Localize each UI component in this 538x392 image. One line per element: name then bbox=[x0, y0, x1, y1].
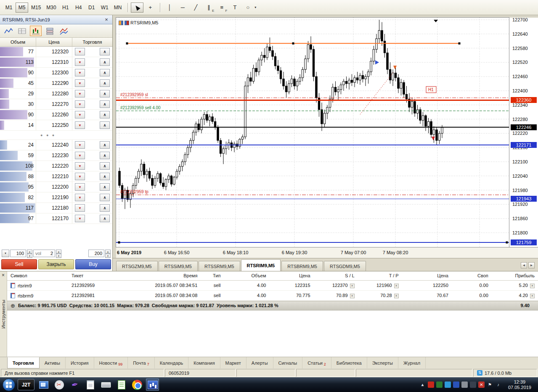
tab-assets[interactable]: Активы bbox=[40, 357, 66, 368]
chart-tab-rtsrim9[interactable]: RTSRIM9,M5 bbox=[241, 259, 281, 271]
tab-company[interactable]: Компания bbox=[188, 357, 220, 368]
flag-icon[interactable]: ⚑ bbox=[487, 381, 493, 388]
dom-view-icon[interactable] bbox=[44, 26, 56, 36]
chart-canvas[interactable]: #212392959 sl#212392959 sell 4.00#212392… bbox=[116, 18, 509, 247]
depth-input[interactable]: 100 bbox=[10, 250, 26, 257]
dom-price-cell[interactable]: 122170 bbox=[36, 213, 72, 224]
order-up-button[interactable]: ∧ bbox=[100, 90, 110, 97]
position-row[interactable]: rtsbrm92123929812019.05.07 08:34:08sell4… bbox=[7, 290, 538, 300]
start-button[interactable] bbox=[3, 379, 15, 391]
column-header[interactable]: Тикет bbox=[68, 271, 117, 280]
close-icon[interactable]: × bbox=[350, 284, 355, 288]
dom-price-cell[interactable]: 122290 bbox=[36, 78, 72, 88]
order-up-button[interactable]: ∧ bbox=[100, 152, 110, 159]
dom-price-cell[interactable]: 122190 bbox=[36, 192, 72, 203]
taskbar-notes-icon[interactable] bbox=[115, 379, 128, 391]
close-icon[interactable]: × bbox=[394, 284, 399, 288]
timeframe-mn[interactable]: MN bbox=[111, 3, 125, 13]
dom-collapse-button[interactable]: ▼ bbox=[2, 250, 9, 257]
tray-icon-gray[interactable] bbox=[461, 381, 468, 388]
close-icon[interactable]: × bbox=[530, 284, 535, 288]
taskbar-keyboard-icon[interactable] bbox=[99, 379, 112, 391]
text-label-tool[interactable]: T bbox=[228, 3, 241, 13]
volume-icon[interactable]: ♪ bbox=[495, 381, 501, 388]
timeframe-d1[interactable]: D1 bbox=[85, 3, 98, 13]
order-up-button[interactable]: ∧ bbox=[100, 69, 110, 76]
dom-price-cell[interactable]: 122250 bbox=[36, 120, 72, 130]
close-position-button[interactable]: Закрыть bbox=[38, 259, 74, 269]
timeframe-h4[interactable]: H4 bbox=[72, 3, 85, 13]
dropdown-arrow-icon[interactable]: ▾ bbox=[254, 5, 256, 9]
timeframe-m15[interactable]: M15 bbox=[29, 3, 43, 13]
timeframe-w1[interactable]: W1 bbox=[98, 3, 111, 13]
close-icon[interactable]: × bbox=[350, 294, 355, 298]
order-up-button[interactable]: ∧ bbox=[100, 204, 110, 212]
tab-trade[interactable]: Торговля bbox=[7, 357, 40, 368]
order-dropdown-button[interactable]: ▼ bbox=[75, 194, 85, 201]
taskbar-quill-icon[interactable] bbox=[68, 379, 81, 391]
column-header[interactable]: T / P bbox=[358, 271, 402, 280]
time-axis[interactable]: 6 May 20196 May 16:506 May 18:106 May 19… bbox=[116, 247, 538, 258]
timeframe-m5[interactable]: M5 bbox=[16, 3, 28, 13]
volume-stepper[interactable]: ▲▼ bbox=[56, 250, 61, 257]
order-up-button[interactable]: ∧ bbox=[100, 121, 110, 129]
tab-market[interactable]: Маркет bbox=[220, 357, 246, 368]
order-dropdown-button[interactable]: ▼ bbox=[75, 152, 85, 159]
crosshair-tool[interactable]: + bbox=[144, 3, 156, 13]
dom-price-cell[interactable]: 122230 bbox=[36, 150, 72, 160]
order-up-button[interactable]: ∧ bbox=[100, 173, 110, 180]
order-dropdown-button[interactable]: ▼ bbox=[75, 100, 85, 108]
tab-signals[interactable]: Сигналы bbox=[273, 357, 303, 368]
column-header[interactable]: Тип bbox=[201, 271, 224, 280]
order-up-button[interactable]: ∧ bbox=[100, 162, 110, 170]
column-header[interactable]: S / L bbox=[314, 271, 358, 280]
order-dropdown-button[interactable]: ▼ bbox=[75, 215, 85, 222]
tray-icon-green[interactable] bbox=[436, 381, 443, 388]
dom-price-cell[interactable]: 122210 bbox=[36, 171, 72, 182]
vertical-line-tool[interactable]: │ bbox=[163, 3, 176, 13]
column-header[interactable]: Своп bbox=[452, 271, 492, 280]
dom-price-cell[interactable]: 122280 bbox=[36, 89, 72, 99]
lot-stepper[interactable]: ▲▼ bbox=[105, 250, 111, 257]
tray-icon-red[interactable] bbox=[428, 381, 434, 388]
dom-price-cell[interactable]: 122240 bbox=[36, 140, 72, 150]
order-dropdown-button[interactable]: ▼ bbox=[75, 48, 85, 55]
chart-tab-rtsgzm9[interactable]: RTSGZM9,M5 bbox=[116, 261, 158, 271]
depth-stepper[interactable]: ▲▼ bbox=[27, 250, 32, 257]
dom-price-cell[interactable]: 122260 bbox=[36, 110, 72, 120]
column-trade[interactable]: Торговля bbox=[72, 38, 112, 46]
order-dropdown-button[interactable]: ▼ bbox=[75, 204, 85, 212]
tab-calendar[interactable]: Календарь bbox=[155, 357, 189, 368]
taskbar-notepad-icon[interactable] bbox=[84, 379, 97, 391]
horizontal-line-tool[interactable]: ─ bbox=[176, 3, 189, 13]
taskbar-clock[interactable]: 12:39 07.05.2019 bbox=[504, 379, 535, 390]
cursor-tool[interactable] bbox=[131, 3, 143, 13]
taskbar-snipping-tool-icon[interactable] bbox=[53, 379, 66, 391]
dom-price-cell[interactable]: 122310 bbox=[36, 57, 72, 67]
order-dropdown-button[interactable]: ▼ bbox=[75, 111, 85, 118]
column-header[interactable]: Объем bbox=[224, 271, 269, 280]
column-header[interactable]: Время bbox=[117, 271, 201, 280]
tick-chart-icon[interactable] bbox=[2, 26, 14, 36]
order-dropdown-button[interactable]: ▼ bbox=[75, 58, 85, 66]
plus-circle-icon[interactable]: ⊕ bbox=[11, 303, 15, 309]
taskbar-chrome-icon[interactable] bbox=[130, 379, 143, 391]
dom-price-cell[interactable]: 122320 bbox=[36, 47, 72, 57]
dom-price-cell[interactable]: 122220 bbox=[36, 161, 72, 171]
order-up-button[interactable]: ∧ bbox=[100, 215, 110, 222]
tray-icon-blue[interactable] bbox=[453, 381, 459, 388]
scroll-left-icon[interactable]: ◄ bbox=[521, 262, 527, 268]
orders-icon[interactable] bbox=[58, 26, 69, 36]
column-header[interactable]: Цена bbox=[269, 271, 313, 280]
tab-mail[interactable]: Почта7 bbox=[128, 357, 155, 368]
tab-library[interactable]: Библиотека bbox=[331, 357, 367, 368]
order-up-button[interactable]: ∧ bbox=[100, 100, 110, 108]
close-icon[interactable]: × bbox=[394, 294, 399, 298]
column-volume[interactable]: Объем bbox=[0, 38, 36, 46]
taskbar-j2t-button[interactable]: J2T bbox=[18, 379, 34, 390]
column-price[interactable]: Цена bbox=[36, 38, 72, 46]
column-header[interactable]: Цена bbox=[402, 271, 452, 280]
order-dropdown-button[interactable]: ▼ bbox=[75, 79, 85, 87]
order-up-button[interactable]: ∧ bbox=[100, 194, 110, 201]
tab-history[interactable]: История bbox=[66, 357, 94, 368]
